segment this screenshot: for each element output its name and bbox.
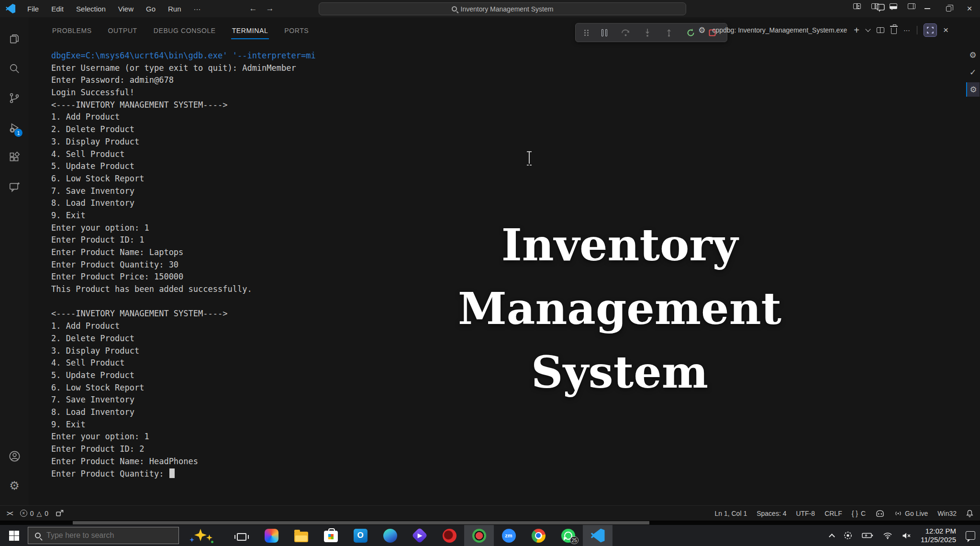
panel-tab[interactable]: OUTPUT [107,24,138,37]
debug-session-label[interactable]: cppdbg: Inventory_Management_System.exe [712,26,847,34]
taskbar-app[interactable] [227,525,256,546]
encoding[interactable]: UTF-8 [796,510,815,517]
menu-item[interactable]: Run [163,3,187,15]
activity-bar: 1 ⚙ [0,17,29,505]
forward-arrow-icon[interactable]: → [266,4,274,13]
pause-icon[interactable] [598,26,611,39]
panel-tab[interactable]: PROBLEMS [51,24,93,37]
split-editor-icon[interactable] [871,3,879,9]
settings-gear-icon[interactable]: ⚙ [3,471,25,501]
eol-sequence[interactable]: CRLF [824,510,842,517]
taskbar-search[interactable] [28,527,179,544]
maximize-panel-icon[interactable] [924,24,936,36]
extensions-icon[interactable] [3,143,25,172]
menu-item[interactable]: View [113,3,139,15]
taskbar-app[interactable] [286,525,316,546]
new-terminal-icon[interactable]: + [854,25,859,36]
account-icon[interactable] [3,441,25,471]
taskbar-app[interactable] [405,525,434,546]
taskbar-app[interactable] [494,525,523,546]
search-icon [35,533,41,538]
command-center-text: Inventory Management System [461,5,554,13]
minimize-button[interactable] [917,0,938,17]
broadcast-icon [894,511,902,516]
taskbar-app[interactable] [316,525,345,546]
menu-item[interactable]: Go [141,3,161,15]
cursor-position[interactable]: Ln 1, Col 1 [714,510,747,517]
wifi-icon[interactable] [883,532,892,539]
rail-check-icon[interactable]: ✓ [966,65,980,79]
start-button[interactable] [0,525,28,546]
problems-indicator[interactable]: × 0 △ 0 [20,510,48,517]
restore-button[interactable] [938,0,959,17]
search-icon[interactable] [3,54,25,83]
panel-tab[interactable]: PORTS [283,24,310,37]
close-panel-icon[interactable]: × [943,25,948,35]
chevron-down-icon[interactable] [865,26,870,32]
customize-layout-icon[interactable] [853,3,861,9]
taskbar-app[interactable] [256,525,286,546]
indentation[interactable]: Spaces: 4 [757,510,786,517]
hidden-icons-chevron[interactable] [829,534,835,540]
restart-icon[interactable] [684,26,697,39]
taskbar-app[interactable]: 25 [553,525,583,546]
taskbar-app[interactable] [434,525,464,546]
drag-grip-icon[interactable] [584,29,590,36]
taskbar-app[interactable] [464,525,494,546]
command-center[interactable]: Inventory Management System [319,2,686,15]
terminal-line: 2. Delete Product [51,124,966,137]
main-area: 1 ⚙ PROBLEMSOUTPUTDEBUG CONSOLETERMINALP… [0,17,980,505]
bell-icon[interactable] [966,510,973,517]
taskbar-app[interactable] [523,525,553,546]
toggle-secondary-sidebar-icon[interactable] [908,3,915,9]
screen-record-icon[interactable] [844,531,852,540]
kill-terminal-trash-icon[interactable] [891,28,897,34]
toggle-panel-icon[interactable] [890,3,897,9]
language-label: C [861,510,866,517]
platform-label[interactable]: Win32 [937,510,957,517]
step-into-icon[interactable] [641,26,654,39]
split-terminal-icon[interactable] [877,27,884,33]
terminal-line: Enter your option: 1 [51,432,966,444]
battery-icon[interactable] [862,532,873,539]
explorer-icon[interactable] [3,24,25,54]
panel-tab[interactable]: TERMINAL [231,24,269,37]
more-actions-icon[interactable]: ··· [903,26,910,34]
terminal-output[interactable]: dbgExe=C:\msys64\ucrt64\bin\gdb.exe' '--… [29,44,966,505]
run-and-debug-icon[interactable]: 1 [3,113,25,143]
terminal-line: 9. Exit [51,420,966,432]
remote-indicator-icon[interactable]: >< [7,509,12,518]
copilot-icon[interactable] [875,510,885,517]
notification-center-icon[interactable] [966,531,975,540]
rail-gear-icon[interactable]: ⚙ [966,48,980,62]
titlebar: FileEditSelectionViewGoRun··· ← → Invent… [0,0,980,17]
taskbar-app[interactable] [583,525,612,546]
go-live-button[interactable]: Go Live [894,510,928,517]
warnings-count: 0 [45,510,48,517]
rail-gear-active-icon[interactable]: ⚙ [966,82,980,97]
search-input[interactable] [46,531,161,540]
taskbar-clock[interactable]: 12:02 PM 11/25/2025 [921,527,956,544]
launch-gear-icon[interactable]: ⚙ [698,25,705,35]
panel-tab[interactable]: DEBUG CONSOLE [153,24,217,37]
step-over-icon[interactable] [619,26,633,39]
language-mode[interactable]: { } C [852,510,866,517]
menu-item[interactable]: Selection [71,3,111,15]
debug-launch-icon[interactable] [56,510,64,517]
taskbar-app[interactable] [375,525,405,546]
menu-item[interactable]: ··· [189,3,206,15]
terminal-line: 6. Low Stock Report [51,383,966,395]
menu-item[interactable]: File [22,3,44,15]
chat-icon[interactable] [3,172,25,202]
source-control-icon[interactable] [3,83,25,113]
step-out-icon[interactable] [662,26,676,39]
taskbar-app-icon [265,529,278,543]
search-highlights-icon[interactable] [188,525,214,546]
terminal-line: 8. Load Inventory [51,407,966,420]
menu-item[interactable]: Edit [46,3,69,15]
volume-muted-icon[interactable] [902,532,911,539]
terminal-line: Enter Product Name: HeadPhones [51,457,966,469]
close-button[interactable]: × [959,0,980,17]
back-arrow-icon[interactable]: ← [249,4,257,13]
taskbar-app[interactable] [345,525,375,546]
